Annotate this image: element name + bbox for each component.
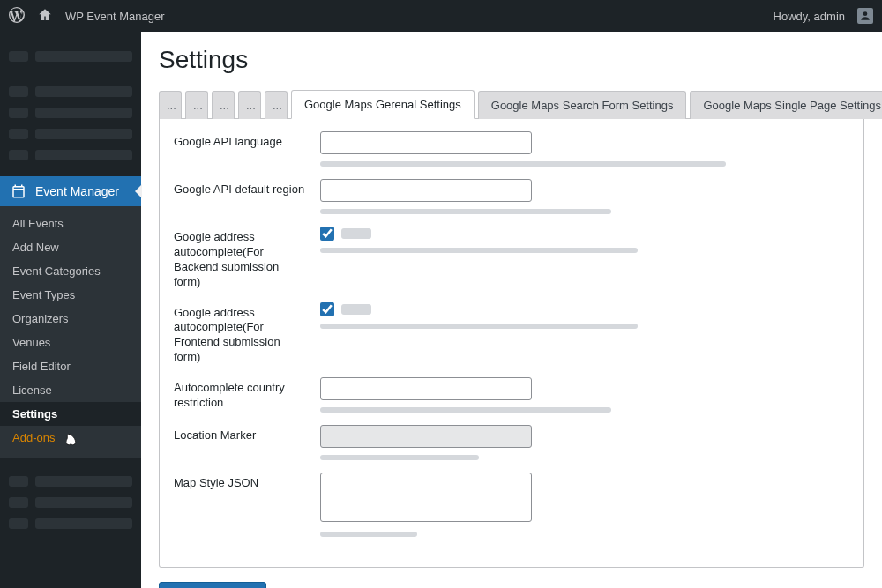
label-ac-country: Autocomplete country restriction (174, 377, 306, 411)
sidebar-item-categories[interactable]: Event Categories (0, 259, 141, 283)
sidebar-menu-label: Event Manager (35, 184, 119, 198)
sidebar-item-license[interactable]: License (0, 378, 141, 402)
checkbox-ac-frontend[interactable] (320, 302, 334, 316)
label-ac-backend: Google address autocomplete(For Backend … (174, 227, 306, 290)
sidebar-item-add-new[interactable]: Add New (0, 235, 141, 259)
label-ac-frontend: Google address autocomplete(For Frontend… (174, 302, 306, 366)
sidebar-item-venues[interactable]: Venues (0, 331, 141, 354)
home-icon[interactable] (37, 7, 53, 26)
sidebar-item-field-editor[interactable]: Field Editor (0, 354, 141, 378)
hint-skeleton (320, 407, 611, 413)
settings-page: Settings ... ... ... ... ... Google Maps… (141, 32, 882, 588)
tab-collapsed-1[interactable]: ... (185, 91, 208, 119)
sidebar-item-all-events[interactable]: All Events (0, 212, 141, 235)
tab-collapsed-3[interactable]: ... (238, 91, 261, 119)
settings-panel: Google API language Google API default r… (159, 119, 864, 568)
hint-skeleton (320, 455, 479, 460)
input-ac-country[interactable] (320, 377, 532, 400)
label-api-region: Google API default region (174, 179, 306, 197)
avatar-icon[interactable] (857, 8, 873, 24)
input-location-marker[interactable] (320, 425, 532, 448)
label-api-language: Google API language (174, 131, 306, 150)
tab-collapsed-2[interactable]: ... (212, 91, 235, 119)
admin-sidebar: Event Manager All Events Add New Event C… (0, 32, 141, 588)
checkbox-ac-backend[interactable] (320, 227, 334, 241)
howdy-text[interactable]: Howdy, admin (774, 10, 845, 23)
tab-gmaps-general[interactable]: Google Maps Gerenal Settings (291, 90, 475, 119)
hint-skeleton (320, 532, 417, 537)
sidebar-item-organizers[interactable]: Organizers (0, 307, 141, 331)
hint-skeleton (320, 209, 611, 214)
tab-gmaps-singlepage[interactable]: Google Maps Single Page Settings (690, 91, 882, 119)
hint-skeleton (320, 248, 638, 253)
label-map-style-json: Map Style JSON (174, 473, 306, 491)
wp-logo-icon[interactable] (9, 7, 25, 26)
input-api-language[interactable] (320, 131, 532, 154)
tab-collapsed-0[interactable]: ... (159, 91, 182, 119)
hint-skeleton (320, 161, 726, 167)
tab-collapsed-4[interactable]: ... (265, 91, 288, 119)
settings-tabs: ... ... ... ... ... Google Maps Gerenal … (159, 90, 864, 119)
sidebar-item-addons[interactable]: Add-ons (0, 426, 141, 450)
input-map-style-json[interactable] (320, 473, 532, 522)
label-location-marker: Location Marker (174, 425, 306, 443)
save-button[interactable]: Save Changes (159, 582, 266, 588)
sidebar-submenu: All Events Add New Event Categories Even… (0, 206, 141, 458)
page-title: Settings (159, 46, 864, 74)
sidebar-item-settings[interactable]: Settings (0, 402, 141, 426)
cb-label-skeleton (341, 304, 371, 315)
input-api-region[interactable] (320, 179, 532, 202)
calendar-icon (11, 183, 26, 199)
site-title[interactable]: WP Event Manager (65, 10, 164, 23)
sidebar-item-event-types[interactable]: Event Types (0, 283, 141, 307)
cb-label-skeleton (341, 228, 371, 239)
hint-skeleton (320, 324, 638, 329)
tab-gmaps-searchform[interactable]: Google Maps Search Form Settings (478, 91, 687, 119)
sidebar-menu-event-manager[interactable]: Event Manager (0, 176, 141, 206)
